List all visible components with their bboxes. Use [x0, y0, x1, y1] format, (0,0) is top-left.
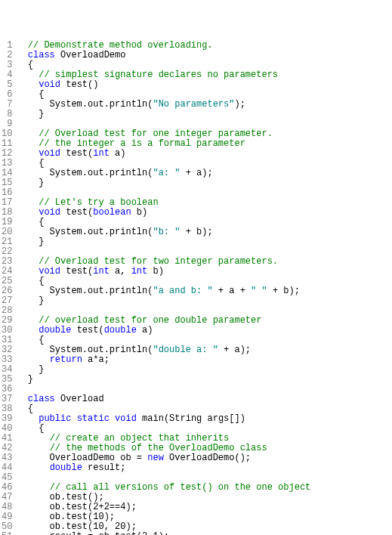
token-string: "b: " [153, 227, 180, 237]
token-keyword: public [39, 413, 71, 424]
code-line: return a*a; [17, 355, 353, 365]
token-p: OverloadDemo ob = [17, 453, 147, 463]
token-ident: test [77, 325, 99, 336]
token-p: System.out.println( [17, 345, 153, 355]
token-ident: Overload [60, 394, 104, 404]
token-type: double [104, 325, 137, 336]
token-p: System.out.println( [17, 286, 153, 296]
token-p [110, 413, 115, 424]
token-ident: OverloadDemo [60, 50, 125, 60]
token-p [71, 413, 76, 424]
token-p [17, 394, 27, 404]
token-p [17, 315, 39, 326]
token-p: + a); [180, 168, 212, 178]
token-comment: // the methods of the OverloadDemo class [50, 443, 267, 453]
token-p: } [17, 364, 44, 375]
token-p [55, 50, 60, 60]
token-p: a*a; [82, 354, 110, 365]
code-line: } [17, 110, 353, 119]
token-p: b) [131, 207, 148, 218]
token-p [17, 128, 39, 139]
token-p: { [17, 276, 44, 286]
token-p: { [17, 217, 44, 227]
token-comment: // the integer a is a formal parameter [39, 138, 245, 149]
token-p: ob.test(10, 20); [17, 521, 136, 532]
token-comment: // simplest signature declares no parame… [39, 70, 278, 80]
token-p: } [17, 374, 33, 385]
token-p: result = ob.test(2.1); [17, 531, 169, 535]
token-type: double [39, 325, 71, 336]
token-p [17, 325, 39, 336]
code-line: System.out.println("b: " + b); [17, 227, 353, 237]
token-p [17, 40, 27, 51]
token-string: "a and b: " [153, 286, 212, 296]
token-p [17, 482, 49, 493]
token-p [17, 70, 39, 80]
token-type: int [131, 266, 148, 277]
token-p [55, 394, 60, 404]
token-type: void [39, 266, 60, 277]
code-line: void test(int a) [17, 149, 353, 159]
token-p: System.out.println( [17, 168, 153, 178]
code-line: class OverloadDemo [17, 51, 353, 60]
token-p: { [17, 423, 44, 434]
code-line: double test(double a) [17, 326, 353, 336]
code-line: } [17, 365, 353, 375]
token-p: ob.test(2+2==4); [17, 502, 136, 512]
token-p: } [17, 237, 44, 247]
token-keyword: new [147, 453, 164, 463]
token-comment: // overload test for one double paramete… [39, 315, 261, 326]
token-ident: main [142, 413, 164, 424]
token-string: "a: " [153, 168, 180, 178]
token-string: "double a: " [153, 345, 218, 355]
code-line: } [17, 375, 353, 385]
token-p: ); [234, 99, 245, 110]
code-line: } [17, 296, 353, 306]
token-p [17, 462, 49, 473]
code-line: void test(int a, int b) [17, 267, 353, 277]
token-p: + a); [218, 345, 251, 355]
token-p [17, 256, 39, 267]
token-p: + a + [213, 286, 251, 296]
token-type: void [39, 207, 60, 218]
token-comment: // create an object that inherits [50, 433, 230, 444]
code-line: } [17, 178, 353, 188]
token-comment: // Demonstrate method overloading. [28, 40, 213, 51]
token-type: boolean [93, 207, 131, 218]
token-ident: test [66, 207, 88, 218]
token-p: ob.test(); [17, 492, 103, 503]
token-keyword: static [77, 413, 110, 424]
code-block: 1 2 3 4 5 6 7 8 910111213141516171819202… [0, 39, 392, 535]
token-p: () [88, 79, 98, 90]
token-string: " " [251, 286, 267, 296]
token-type: int [93, 266, 110, 277]
line-number-gutter: 1 2 3 4 5 6 7 8 910111213141516171819202… [0, 39, 17, 535]
token-p: + b); [180, 227, 212, 237]
token-p: b) [147, 266, 164, 277]
token-p [17, 148, 39, 159]
token-type: void [39, 79, 60, 90]
code-line: } [17, 237, 353, 247]
token-p [17, 433, 49, 444]
token-type: void [115, 413, 137, 424]
token-p: a) [137, 325, 153, 336]
token-p [17, 50, 27, 60]
token-p [17, 443, 49, 453]
token-ident: test [66, 266, 88, 277]
token-p: { [17, 158, 44, 169]
code-line: double result; [17, 463, 353, 473]
token-ident: test [66, 148, 88, 159]
code-lines: // Demonstrate method overloading. class… [17, 39, 353, 535]
token-p: System.out.println( [17, 99, 153, 110]
token-p: { [17, 89, 44, 100]
code-line: result = ob.test(2.1); [17, 532, 353, 535]
code-line: void test() [17, 80, 353, 90]
token-p: (String args[]) [164, 413, 245, 424]
token-p [17, 354, 49, 365]
code-line: System.out.println("No parameters"); [17, 100, 353, 110]
token-comment: // Overload test for two integer paramet… [39, 256, 278, 267]
token-keyword: return [50, 354, 82, 365]
token-p [17, 79, 39, 90]
token-p: } [17, 295, 44, 306]
token-p: { [17, 404, 33, 414]
